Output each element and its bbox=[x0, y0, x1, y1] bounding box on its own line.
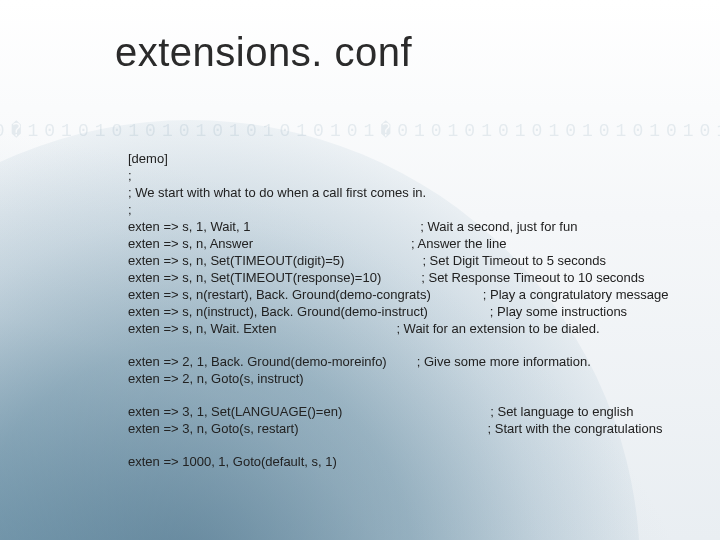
config-comment: ; Start with the congratulations bbox=[488, 420, 663, 437]
spacer bbox=[299, 420, 488, 437]
comment-line: ; We start with what to do when a call f… bbox=[128, 184, 680, 201]
config-line: exten => s, n, Set(TIMEOUT(response)=10)… bbox=[128, 269, 680, 286]
spacer bbox=[342, 403, 490, 420]
spacer bbox=[253, 235, 411, 252]
config-line: exten => 3, 1, Set(LANGUAGE()=en) ; Set … bbox=[128, 403, 680, 420]
comment-text: ; bbox=[128, 201, 132, 218]
spacer bbox=[344, 252, 422, 269]
config-lhs: exten => s, n, Set(TIMEOUT(digit)=5) bbox=[128, 252, 344, 269]
config-lhs: exten => 3, n, Goto(s, restart) bbox=[128, 420, 299, 437]
spacer bbox=[387, 353, 417, 370]
slide-title: extensions. conf bbox=[115, 30, 412, 75]
config-line: exten => 2, 1, Back. Ground(demo-moreinf… bbox=[128, 353, 680, 370]
config-line: exten => 3, n, Goto(s, restart) ; Start … bbox=[128, 420, 680, 437]
comment-line: ; bbox=[128, 167, 680, 184]
config-comment: ; Set Response Timeout to 10 seconds bbox=[421, 269, 644, 286]
config-line: exten => s, n, Wait. Exten ; Wait for an… bbox=[128, 320, 680, 337]
config-block: exten => 2, 1, Back. Ground(demo-moreinf… bbox=[128, 353, 680, 387]
slide-body: [demo] ; ; We start with what to do when… bbox=[128, 150, 680, 486]
config-comment: ; Wait for an extension to be dialed. bbox=[396, 320, 599, 337]
config-line: exten => 1000, 1, Goto(default, s, 1) bbox=[128, 453, 680, 470]
config-line: exten => s, 1, Wait, 1 ; Wait a second, … bbox=[128, 218, 680, 235]
config-line: exten => 2, n, Goto(s, instruct) bbox=[128, 370, 680, 387]
comment-text: ; bbox=[128, 167, 132, 184]
config-line: exten => s, n, Set(TIMEOUT(digit)=5) ; S… bbox=[128, 252, 680, 269]
spacer bbox=[428, 303, 490, 320]
config-lhs: exten => s, n, Set(TIMEOUT(response)=10) bbox=[128, 269, 381, 286]
slide: extensions. conf [demo] ; ; We start wit… bbox=[0, 0, 720, 540]
config-line: exten => s, n(instruct), Back. Ground(de… bbox=[128, 303, 680, 320]
config-comment: ; Play some instructions bbox=[490, 303, 627, 320]
section-block: [demo] ; ; We start with what to do when… bbox=[128, 150, 680, 337]
config-lhs: exten => 2, 1, Back. Ground(demo-moreinf… bbox=[128, 353, 387, 370]
config-line: exten => s, n(restart), Back. Ground(dem… bbox=[128, 286, 680, 303]
config-comment: ; Give some more information. bbox=[417, 353, 591, 370]
config-block: exten => 1000, 1, Goto(default, s, 1) bbox=[128, 453, 680, 470]
section-text: [demo] bbox=[128, 150, 168, 167]
config-lhs: exten => 2, n, Goto(s, instruct) bbox=[128, 370, 304, 387]
config-lhs: exten => 1000, 1, Goto(default, s, 1) bbox=[128, 453, 337, 470]
spacer bbox=[276, 320, 396, 337]
config-lhs: exten => 3, 1, Set(LANGUAGE()=en) bbox=[128, 403, 342, 420]
config-lhs: exten => s, n(instruct), Back. Ground(de… bbox=[128, 303, 428, 320]
config-lhs: exten => s, n, Answer bbox=[128, 235, 253, 252]
config-comment: ; Set Digit Timeout to 5 seconds bbox=[422, 252, 606, 269]
comment-text: ; We start with what to do when a call f… bbox=[128, 184, 426, 201]
section-header: [demo] bbox=[128, 150, 680, 167]
config-comment: ; Answer the line bbox=[411, 235, 506, 252]
spacer bbox=[381, 269, 421, 286]
config-lhs: exten => s, n(restart), Back. Ground(dem… bbox=[128, 286, 431, 303]
comment-line: ; bbox=[128, 201, 680, 218]
config-comment: ; Play a congratulatory message bbox=[483, 286, 669, 303]
config-block: exten => 3, 1, Set(LANGUAGE()=en) ; Set … bbox=[128, 403, 680, 437]
spacer bbox=[431, 286, 483, 303]
config-line: exten => s, n, Answer ; Answer the line bbox=[128, 235, 680, 252]
spacer bbox=[250, 218, 420, 235]
config-lhs: exten => s, n, Wait. Exten bbox=[128, 320, 276, 337]
config-lhs: exten => s, 1, Wait, 1 bbox=[128, 218, 250, 235]
config-comment: ; Wait a second, just for fun bbox=[420, 218, 577, 235]
config-comment: ; Set language to english bbox=[490, 403, 633, 420]
